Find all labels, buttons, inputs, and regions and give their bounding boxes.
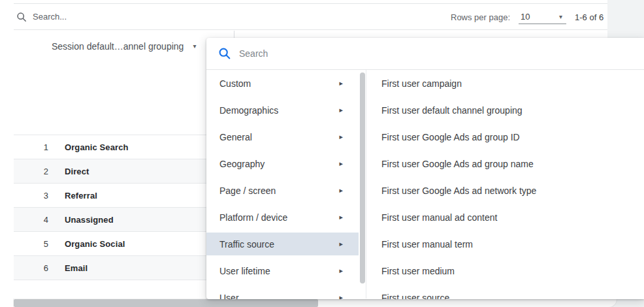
row-index: 6 [27, 263, 48, 273]
dimension-option-label: First user Google Ads ad group name [381, 159, 534, 169]
table-row: 5 Organic Social [14, 231, 206, 255]
table-row: 2 Direct [14, 159, 206, 183]
chevron-right-icon: ▸ [339, 106, 343, 114]
dimension-option[interactable]: First user medium [371, 257, 644, 284]
chevron-right-icon: ▸ [339, 187, 343, 194]
category-item[interactable]: General ▸ [206, 123, 359, 150]
row-index: 4 [27, 215, 48, 225]
category-label: Platform / device [219, 212, 287, 223]
dimension-option[interactable]: First user manual term [371, 231, 644, 257]
rows-per-page-select[interactable]: 10 ▾ [519, 10, 566, 24]
rows-per-page-value: 10 [521, 12, 530, 22]
row-channel-name: Referral [65, 191, 97, 201]
category-label: Traffic source [219, 239, 274, 250]
category-item[interactable]: Demographics ▸ [206, 97, 359, 123]
category-label: User [219, 293, 239, 300]
dimension-option-label: First user manual ad content [381, 212, 497, 223]
table-row: 3 Referral [14, 183, 206, 207]
dimension-option-label: First user Google Ads ad group ID [381, 132, 520, 142]
menu-search-bar [206, 38, 644, 70]
chevron-right-icon: ▸ [339, 80, 343, 87]
dimension-option-label: First user medium [381, 266, 455, 276]
dimension-picker-menu: Custom ▸ Demographics ▸ Genera [206, 38, 644, 299]
row-channel-name: Organic Search [65, 142, 129, 152]
ga-report-page: Rows per page: 10 ▾ 1-6 of 6 Session def… [0, 0, 644, 307]
menu-search-input[interactable] [239, 48, 566, 59]
category-label: Custom [219, 78, 251, 89]
category-item[interactable]: Custom ▸ [206, 70, 359, 97]
category-label: Demographics [219, 105, 278, 116]
pagination-controls: Rows per page: 10 ▾ 1-6 of 6 [451, 4, 604, 30]
category-label: Geography [219, 159, 265, 169]
chevron-right-icon: ▸ [339, 240, 343, 248]
dimension-option[interactable]: First user Google Ads ad network type [371, 177, 644, 204]
row-channel-name: Direct [65, 167, 89, 176]
chevron-down-icon: ▾ [193, 43, 196, 50]
dimension-option-label: First user campaign [381, 78, 462, 89]
table-row: 6 Email [14, 255, 206, 280]
dimension-header-button[interactable]: Session default…annel grouping ▾ [52, 39, 196, 54]
column-divider [234, 31, 234, 38]
row-index: 5 [27, 239, 48, 249]
table-row: 4 Unassigned [14, 207, 206, 231]
chevron-right-icon: ▸ [339, 267, 343, 274]
category-item[interactable]: User lifetime ▸ [206, 257, 359, 284]
search-icon [218, 47, 231, 60]
dimension-option-label: First user manual term [381, 239, 473, 250]
chevron-down-icon: ▾ [559, 14, 562, 20]
dimension-option-label: First user default channel grouping [381, 105, 523, 116]
category-item[interactable]: Page / screen ▸ [206, 177, 359, 204]
rows-per-page-label: Rows per page: [451, 12, 510, 22]
chevron-right-icon: ▸ [339, 214, 343, 221]
row-index: 1 [27, 142, 48, 152]
dimension-option[interactable]: First user manual ad content [371, 204, 644, 231]
search-icon [16, 12, 27, 22]
menu-pane-divider [366, 70, 366, 299]
row-channel-name: Email [65, 263, 88, 273]
dimension-option[interactable]: First user Google Ads ad group name [371, 150, 644, 177]
channel-table: 1 Organic Search 2 Direct 3 Referral 4 U… [14, 135, 206, 280]
menu-scrollbar-thumb[interactable] [360, 73, 365, 283]
dimension-option-label: First user Google Ads ad network type [381, 186, 536, 196]
table-row: 1 Organic Search [14, 135, 206, 159]
chevron-right-icon: ▸ [339, 294, 343, 299]
chevron-right-icon: ▸ [339, 133, 343, 140]
dimension-option[interactable]: First user default channel grouping [371, 97, 644, 123]
category-label: Page / screen [219, 186, 276, 196]
category-list: Custom ▸ Demographics ▸ Genera [206, 70, 359, 299]
chevron-right-icon: ▸ [339, 160, 343, 167]
row-index: 3 [27, 191, 48, 201]
dimension-option[interactable]: First user Google Ads ad group ID [371, 123, 644, 150]
category-item[interactable]: Geography ▸ [206, 150, 359, 177]
pagination-range-label: 1-6 of 6 [575, 12, 604, 22]
dimension-option[interactable]: First user source [371, 284, 644, 299]
row-channel-name: Organic Social [65, 239, 125, 249]
category-item[interactable]: User ▸ [206, 284, 359, 299]
table-search-input[interactable] [33, 12, 281, 22]
dimension-header-label: Session default…annel grouping [52, 41, 184, 52]
dimension-option[interactable]: First user campaign [371, 70, 644, 97]
dimension-option-label: First user source [381, 293, 449, 300]
menu-body: Custom ▸ Demographics ▸ Genera [206, 70, 644, 299]
horizontal-scrollbar-thumb[interactable] [14, 299, 318, 307]
row-index: 2 [27, 167, 48, 176]
category-item[interactable]: Traffic source ▸ [206, 231, 359, 257]
dimension-option-list: First user campaign First user default c… [371, 70, 644, 299]
category-label: General [219, 132, 252, 142]
category-item[interactable]: Platform / device ▸ [206, 204, 359, 231]
row-channel-name: Unassigned [65, 215, 114, 225]
category-label: User lifetime [219, 266, 270, 276]
